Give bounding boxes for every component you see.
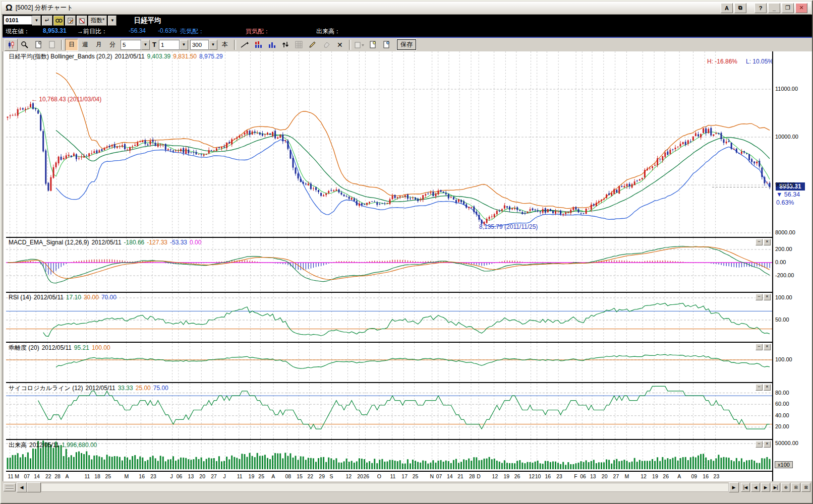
bar-chart-icon[interactable] — [265, 39, 278, 51]
panel-header-main: 日経平均(指数) Bollinger_Bands (20,2)2012/05/1… — [9, 52, 225, 61]
panel-close-button[interactable]: × — [764, 294, 771, 300]
volume-overlay-icon[interactable] — [252, 39, 265, 51]
tick-select[interactable]: 1 ▼ — [159, 40, 188, 50]
macd-panel[interactable]: MACD_EMA_Signal (12,26,9)2012/05/11-180.… — [6, 238, 772, 292]
period-month-button[interactable]: 月 — [92, 39, 105, 51]
current-change-badge: ▼ 56.34 — [776, 191, 800, 198]
trendline-tool-icon[interactable] — [238, 39, 251, 51]
prev-page-icon[interactable]: ◀ — [751, 483, 760, 492]
symbol-code-dropdown[interactable]: ▼ — [32, 16, 41, 26]
minimize-button[interactable]: _ — [768, 3, 780, 13]
now-label: 現在値： — [6, 27, 30, 36]
period-week-button[interactable]: 週 — [79, 39, 92, 51]
scrollbar-grip[interactable] — [4, 483, 16, 491]
panel-close-button[interactable]: × — [764, 441, 771, 448]
panel-close-button[interactable]: × — [764, 384, 771, 391]
x-axis-label: 09 — [691, 473, 698, 479]
psychological-panel[interactable]: サイコロジカルライン (12)2012/05/1133.3325.0075.00… — [6, 383, 772, 439]
x-axis-label: 23 — [556, 473, 562, 479]
minute-interval-dropdown[interactable]: ▼ — [141, 40, 150, 50]
indicator-date: 2012/05/11 — [114, 53, 144, 60]
scroll-left-button[interactable]: ◀ — [17, 482, 27, 492]
new-page-icon[interactable] — [32, 39, 45, 51]
close-pane-icon[interactable]: ⊠ — [801, 483, 810, 492]
minute-interval-select[interactable]: 5 ▼ — [121, 40, 150, 50]
panel-header-rsi: RSI (14)2012/05/1117.1030.0070.00 — [9, 294, 119, 301]
x-axis-label: 26 — [663, 473, 669, 479]
save-button[interactable]: 保存 — [397, 39, 416, 50]
bar-count-dropdown[interactable]: ▼ — [209, 40, 217, 50]
y-axis-label: 100.00 — [775, 356, 792, 362]
main-chart-panel[interactable]: 日経平均(指数) Bollinger_Bands (20,2)2012/05/1… — [6, 51, 772, 237]
x-axis-label: 15 — [297, 473, 303, 479]
volume-panel[interactable]: 出来高2012/05/111,996,680.00 −× — [6, 440, 772, 470]
chart-plot[interactable]: 日経平均(指数) Bollinger_Bands (20,2)2012/05/1… — [6, 51, 772, 481]
scrollbar-thumb[interactable] — [27, 482, 41, 492]
y-axis-label: 50.00 — [775, 317, 789, 323]
toolbar-separator — [234, 40, 236, 50]
symbol-code-input[interactable]: 0101 — [4, 16, 32, 25]
change-label: →前日比： — [77, 27, 107, 36]
x-axis-label: 17 — [401, 473, 408, 479]
x-axis-label: S — [330, 473, 333, 479]
rsi-panel[interactable]: RSI (14)2012/05/1117.1030.0070.00 −× — [6, 293, 772, 342]
search-binoculars-icon[interactable] — [53, 16, 64, 26]
panel-minimize-button[interactable]: − — [756, 294, 763, 300]
panel-minimize-button[interactable]: − — [756, 239, 763, 245]
grid-settings-icon[interactable] — [293, 39, 306, 51]
x-axis-label: 11 — [8, 473, 14, 479]
grid-toggle-icon[interactable]: ⊞ — [791, 483, 800, 492]
x-axis-label: 16 — [703, 473, 709, 479]
command-bar: 0101 ▼ ↵ 指数* ▼ 日経平均 現在値： 8,953.31 →前日比： … — [3, 15, 812, 38]
panel-close-button[interactable]: × — [764, 239, 771, 245]
period-day-button[interactable]: 日 — [65, 39, 78, 51]
y-axis-label: 50000.00 — [775, 440, 798, 446]
x-axis-label: F — [574, 473, 577, 479]
clear-icon[interactable] — [77, 16, 87, 26]
next-page-icon[interactable]: ▶ — [761, 483, 770, 492]
market-type-select[interactable]: 指数* — [88, 16, 107, 26]
zoom-tool-icon[interactable] — [18, 39, 31, 51]
x-axis-label: 28 — [469, 473, 475, 479]
x-axis-label: 07 — [24, 473, 30, 479]
scrollbar-track[interactable] — [41, 483, 729, 492]
sort-arrows-icon[interactable] — [279, 39, 292, 51]
scroll-right-button[interactable]: ▶ — [729, 482, 739, 492]
help-button[interactable]: ? — [754, 3, 767, 13]
first-page-icon[interactable]: |◀ — [741, 483, 750, 492]
font-button[interactable]: A — [721, 3, 733, 13]
load-template-icon[interactable] — [380, 39, 393, 51]
tick-dropdown[interactable]: ▼ — [180, 40, 188, 50]
title-bar[interactable]: Ω [5002] 分析チャート A ⧉ ? _ ❐ ✕ — [2, 2, 811, 15]
panel-minimize-button[interactable]: − — [756, 384, 763, 391]
close-button[interactable]: ✕ — [795, 3, 807, 13]
panel-minimize-button[interactable]: − — [756, 441, 763, 448]
pencil-tool-icon[interactable] — [306, 39, 319, 51]
candlestick-chart-icon[interactable] — [5, 39, 18, 51]
enter-button[interactable]: ↵ — [42, 16, 52, 26]
change-pct: -0.63% — [158, 27, 177, 34]
layout-dropdown-icon[interactable] — [353, 39, 366, 51]
x-axis-label: 20 — [602, 473, 608, 479]
x-axis-label: M — [15, 473, 19, 479]
zoom-reset-icon[interactable]: ⊕ — [781, 483, 790, 492]
save-template-icon[interactable] — [367, 39, 380, 51]
indicator-title: RSI (14) — [9, 294, 31, 301]
copy-page-icon[interactable] — [45, 39, 59, 51]
restore-button[interactable]: ❐ — [782, 3, 794, 13]
edit-memo-icon[interactable] — [65, 16, 76, 26]
x-axis-label: 12 — [529, 473, 535, 479]
delete-drawing-icon[interactable]: ✕ — [333, 39, 346, 51]
panel-close-button[interactable]: × — [764, 344, 771, 350]
copy-window-icon[interactable]: ⧉ — [734, 3, 746, 13]
x-axis-label: 16 — [545, 473, 551, 479]
panel-minimize-button[interactable]: − — [756, 344, 763, 350]
eraser-tool-icon[interactable] — [320, 39, 333, 51]
market-type-dropdown[interactable]: ▼ — [108, 16, 117, 26]
last-page-icon[interactable]: ▶| — [771, 483, 780, 492]
x-axis-label: 11 — [390, 473, 396, 479]
horizontal-scrollbar[interactable]: ◀ ▶ |◀ ◀ ▶ ▶| ⊕ ⊞ ⊠ — [3, 482, 812, 493]
kairi-panel[interactable]: 乖離度 (20)2012/05/1195.21100.00 −× — [6, 343, 772, 382]
bar-count-select[interactable]: 300 ▼ — [190, 40, 217, 50]
period-minute-button[interactable]: 分 — [106, 39, 119, 51]
